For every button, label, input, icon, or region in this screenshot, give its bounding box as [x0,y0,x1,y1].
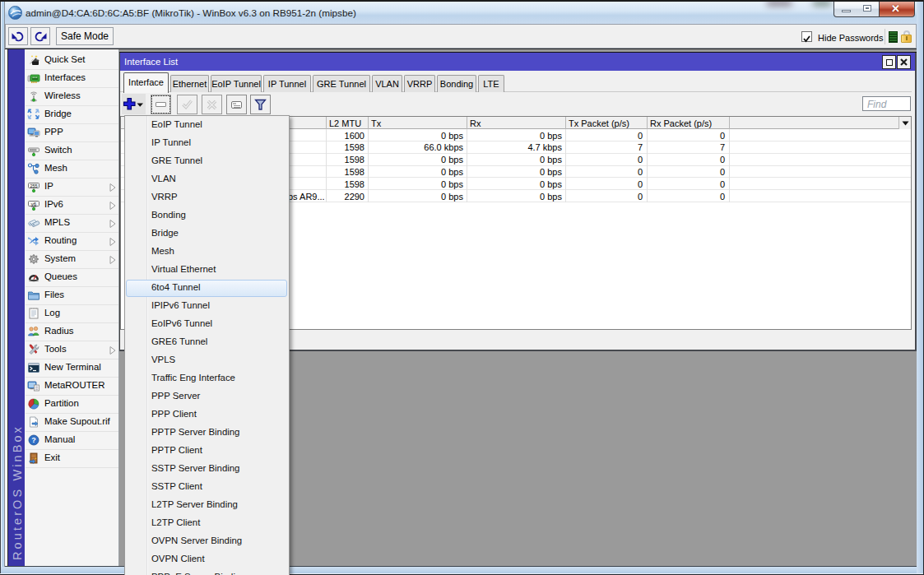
svg-text:v6: v6 [31,202,37,206]
svg-text:255: 255 [30,183,37,188]
svg-text:?: ? [31,436,36,444]
